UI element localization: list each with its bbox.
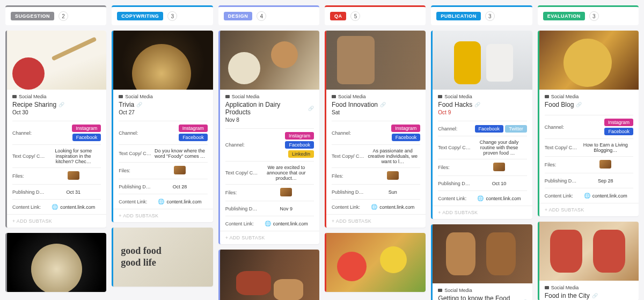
content-link[interactable]: content.link.com [259, 221, 314, 226]
card-category: Social Media [438, 94, 526, 99]
card-image [433, 31, 532, 90]
column-header[interactable]: PUBLICATION3 [431, 5, 532, 25]
column-label: EVALUATION [543, 12, 585, 20]
add-subtask-button[interactable]: + ADD SUBTASK [220, 231, 319, 244]
card-title: Trivia [119, 101, 207, 108]
card-image [113, 31, 213, 90]
channel-chip[interactable]: Facebook [72, 134, 101, 141]
task-card[interactable]: Social MediaFood in the City [538, 222, 639, 300]
channel-chip[interactable]: Facebook [475, 125, 504, 133]
card-body: Social MediaTriviaOct 27Channel:Instagra… [113, 90, 213, 209]
row-channel: Channel:InstagramFacebook [119, 121, 207, 144]
card-image [539, 31, 639, 90]
column-design: DESIGN4Social MediaApplication in Dairy … [218, 5, 319, 300]
row-files: Files: [438, 159, 526, 175]
column-label: QA [330, 12, 347, 20]
channel-chip[interactable]: Instagram [72, 125, 101, 132]
row-textcopy: Text Copy/ C…We are excited to announce … [225, 161, 314, 184]
row-contentlink: Content Link:content.link.com [12, 199, 101, 214]
card-category: Social Media [225, 94, 314, 99]
task-card[interactable]: Social MediaApplication in Dairy Product… [218, 31, 319, 244]
column-publication: PUBLICATION3Social MediaFood HacksOct 9C… [431, 5, 532, 300]
task-card[interactable] [218, 250, 319, 300]
channel-chip[interactable]: Twitter [505, 125, 527, 133]
file-thumb[interactable] [280, 188, 292, 196]
add-subtask-button[interactable]: + ADD SUBTASK [433, 206, 532, 219]
channel-chip[interactable]: Facebook [604, 128, 633, 135]
content-link[interactable]: content.link.com [471, 195, 526, 201]
file-thumb[interactable] [599, 160, 611, 169]
row-channel: Channel:InstagramFacebook [332, 121, 420, 144]
task-card[interactable]: Social MediaGetting to know the Food Com… [431, 224, 532, 300]
add-subtask-button[interactable]: + ADD SUBTASK [113, 209, 213, 222]
card-image [220, 250, 319, 300]
column-label: SUGGESTION [11, 12, 54, 20]
file-thumb[interactable] [387, 171, 399, 180]
add-subtask-button[interactable]: + ADD SUBTASK [326, 214, 426, 228]
row-pubdate: Publishing D…Nov 9 [225, 201, 314, 216]
channel-chip[interactable]: LinkedIn [288, 150, 314, 158]
column-header[interactable]: COPYWRITING3 [112, 5, 213, 25]
content-link[interactable]: content.link.com [365, 204, 420, 210]
task-card[interactable]: Social MediaRecipe SharingOct 30Channel:… [5, 31, 106, 228]
file-thumb[interactable] [174, 166, 186, 174]
task-card[interactable]: Social MediaTriviaOct 27Channel:Instagra… [112, 31, 213, 222]
content-link[interactable]: content.link.com [578, 193, 633, 199]
card-title: Food in the City [545, 292, 633, 299]
task-card[interactable]: Social MediaFood HacksOct 9Channel:Faceb… [431, 31, 532, 219]
task-card[interactable]: Social MediaFood BlogChannel:InstagramFa… [538, 31, 639, 216]
column-header[interactable]: SUGGESTION2 [5, 5, 106, 25]
channel-chip[interactable]: Instagram [391, 125, 420, 132]
card-date: Oct 30 [12, 109, 101, 115]
card-category: Social Media [12, 94, 101, 99]
card-date: Nov 8 [225, 117, 314, 123]
row-channel: Channel:InstagramFacebookLinkedIn [225, 128, 314, 161]
column-suggestion: SUGGESTION2Social MediaRecipe SharingOct… [5, 5, 106, 300]
channel-chip[interactable]: Facebook [285, 141, 314, 149]
channel-chip[interactable]: Instagram [179, 125, 208, 132]
task-card[interactable]: good food good life [112, 228, 213, 287]
row-contentlink: Content Link:content.link.com [225, 216, 314, 231]
column-header[interactable]: DESIGN4 [218, 5, 319, 25]
task-card[interactable]: Social MediaFood InnovationSatChannel:In… [325, 31, 426, 228]
row-pubdate: Publishing D…Oct 10 [438, 175, 526, 191]
row-pubdate: Publishing D…Sep 28 [545, 173, 633, 188]
column-count: 5 [350, 11, 360, 21]
row-pubdate: Publishing D…Sun [332, 184, 420, 199]
content-link[interactable]: content.link.com [46, 204, 101, 210]
channel-chip[interactable]: Instagram [604, 119, 633, 126]
channel-chip[interactable]: Facebook [392, 134, 421, 141]
row-channel: Channel:FacebookTwitter [438, 121, 526, 136]
card-body: Social MediaApplication in Dairy Product… [220, 90, 319, 231]
column-count: 3 [167, 11, 177, 21]
column-evaluation: EVALUATION3Social MediaFood BlogChannel:… [538, 5, 639, 300]
row-textcopy: Text Copy/ C…As passionate and creative … [332, 144, 420, 167]
card-title: Food Innovation [332, 101, 420, 108]
row-textcopy: Text Copy/ C…Do you know where the word … [119, 144, 207, 162]
column-count: 4 [257, 11, 266, 21]
row-files: Files: [225, 184, 314, 201]
column-count: 3 [589, 11, 599, 21]
task-card[interactable] [5, 233, 106, 292]
row-contentlink: Content Link:content.link.com [332, 199, 420, 214]
card-image [539, 222, 639, 281]
card-image: good food good life [113, 228, 213, 287]
channel-chip[interactable]: Instagram [285, 132, 314, 140]
card-body: Social MediaFood BlogChannel:InstagramFa… [539, 90, 639, 203]
row-pubdate: Publishing D…Oct 28 [119, 179, 207, 194]
column-header[interactable]: QA5 [325, 5, 426, 25]
add-subtask-button[interactable]: + ADD SUBTASK [7, 214, 106, 228]
card-body: Social MediaRecipe SharingOct 30Channel:… [7, 90, 106, 214]
add-subtask-button[interactable]: + ADD SUBTASK [539, 203, 639, 216]
row-contentlink: Content Link:content.link.com [545, 188, 633, 203]
file-thumb[interactable] [493, 163, 505, 171]
channel-chip[interactable]: Facebook [179, 134, 208, 141]
card-title: Food Blog [545, 101, 633, 108]
column-header[interactable]: EVALUATION3 [538, 5, 639, 25]
content-link[interactable]: content.link.com [152, 199, 207, 204]
file-thumb[interactable] [68, 171, 79, 180]
task-card[interactable] [325, 233, 426, 292]
column-label: PUBLICATION [436, 12, 480, 20]
row-channel: Channel:InstagramFacebook [12, 121, 101, 144]
row-textcopy: Text Copy/ C…Looking for some inspiratio… [12, 144, 101, 167]
